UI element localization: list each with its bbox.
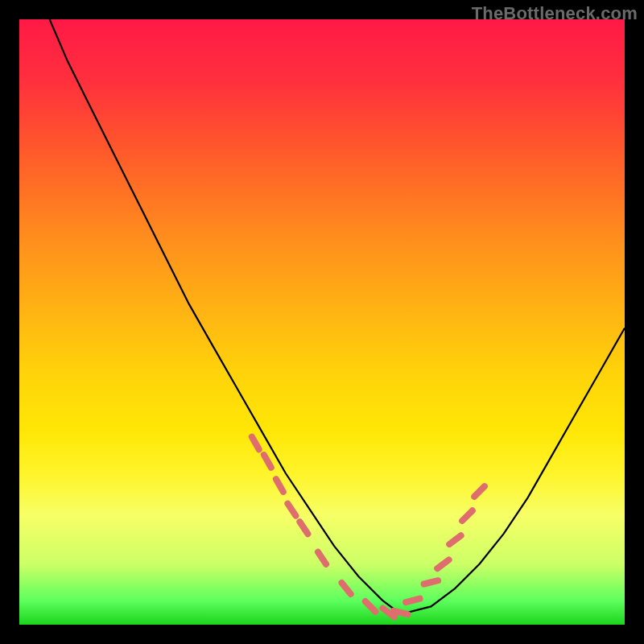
marker-dash (365, 601, 376, 612)
plot-area (19, 19, 625, 625)
marker-dash (342, 583, 351, 594)
marker-dash (474, 486, 485, 497)
curve-layer (19, 19, 625, 625)
marker-dash (449, 535, 460, 544)
marker-dash (299, 522, 308, 534)
marker-dash (406, 599, 419, 602)
marker-dash (462, 510, 473, 521)
marker-dash (424, 580, 439, 584)
watermark-text: TheBottleneck.com (472, 3, 638, 24)
chart-frame: TheBottleneck.com (0, 0, 644, 644)
valley-curve-path (50, 19, 625, 613)
bottleneck-curve (50, 19, 625, 613)
marker-dash (287, 504, 295, 516)
marker-dash (394, 611, 408, 614)
marker-dash (437, 559, 448, 568)
marker-dash (264, 455, 271, 468)
marker-dash (276, 479, 283, 492)
marker-dash (318, 552, 326, 564)
marker-dash (252, 437, 259, 450)
highlighted-markers (252, 437, 485, 617)
